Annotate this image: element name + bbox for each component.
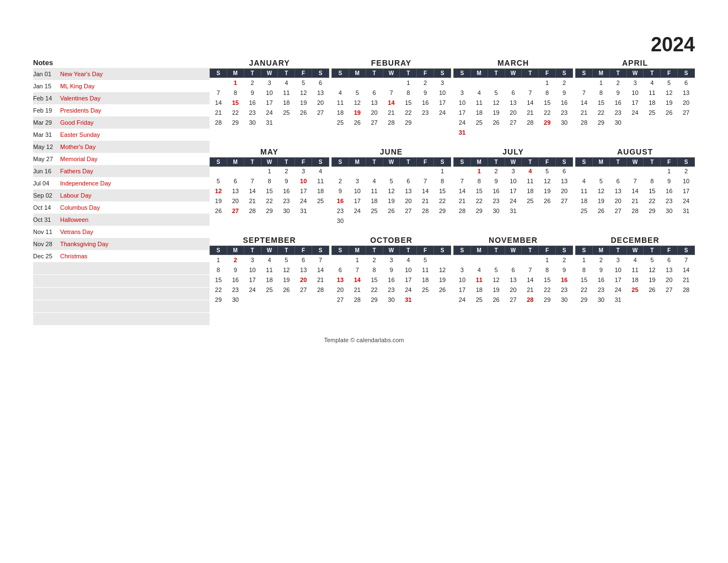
holiday-name: Easter Sunday — [58, 131, 210, 138]
table-row: 28293031 — [210, 118, 329, 128]
table-row: 12345 — [332, 255, 451, 265]
table-row: 24252627282930 — [454, 295, 573, 305]
holiday-row: Mar 29Good Friday — [33, 116, 210, 129]
table-row: 11121314151617 — [576, 186, 695, 196]
table-row: 21222324252627 — [576, 108, 695, 118]
month-november: NOVEMBER SMTWTFS 12 3456789 — [453, 236, 573, 305]
table-row: 1234 — [210, 166, 329, 176]
holiday-date: Jan 15 — [33, 83, 58, 89]
table-row: 24252627282930 — [454, 118, 573, 128]
month-may: MAY SMTWTFS 1234 567891011 — [210, 147, 329, 226]
table-row: 17181920212223 — [454, 108, 573, 118]
page: 2024 Notes Jan 01New Year's DayJan 15ML … — [0, 0, 728, 563]
month-january: JANUARY SMTWTFS 123456 78910111213 — [210, 59, 329, 137]
table-row: 17181920212223 — [454, 285, 573, 295]
holiday-name: Thanksgiving Day — [58, 241, 210, 247]
table-row: 45678910 — [332, 88, 451, 98]
holiday-row: Feb 19Presidents Day — [33, 104, 210, 116]
note-blank-4 — [33, 300, 210, 312]
table-row: 45678910 — [576, 176, 695, 186]
calendars-panel: JANUARY SMTWTFS 123456 78910111213 — [210, 59, 695, 326]
table-row: 15161718192021 — [210, 275, 329, 285]
table-row: 10111213141516 — [454, 275, 573, 285]
table-row: 3456789 — [454, 88, 573, 98]
holiday-name: Good Friday — [58, 119, 210, 126]
note-blank-3 — [33, 288, 210, 300]
holiday-row: Feb 14Valentines Day — [33, 92, 210, 104]
table-row: 28293031 — [454, 206, 573, 216]
holiday-date: Feb 19 — [33, 107, 58, 114]
holiday-date: Feb 14 — [33, 95, 58, 102]
table-row: 21222324252627 — [210, 108, 329, 118]
table-row: 123 — [332, 78, 451, 88]
holiday-row: Oct 31Halloween — [33, 214, 210, 226]
holiday-name: Valentines Day — [58, 95, 210, 102]
table-row: 11121314151617 — [332, 98, 451, 108]
table-row: 2728293031 — [332, 295, 451, 305]
table-row: 78910111213 — [576, 88, 695, 98]
table-row: 78910111213 — [210, 88, 329, 98]
table-row: 19202122232425 — [210, 196, 329, 206]
table-row: 12 — [454, 78, 573, 88]
note-blank-2 — [33, 275, 210, 287]
year-title: 2024 — [33, 33, 695, 56]
holiday-name: Christmas — [58, 253, 210, 259]
holiday-date: Jul 04 — [33, 180, 58, 187]
holiday-row: Nov 11Vetrans Day — [33, 226, 210, 238]
holiday-date: Jan 01 — [33, 71, 58, 77]
table-row: 14151617181920 — [210, 98, 329, 108]
holiday-date: Sep 02 — [33, 192, 58, 199]
holiday-row: Dec 25Christmas — [33, 250, 210, 262]
table-row: 2930 — [210, 295, 329, 305]
notes-header: Notes — [33, 59, 210, 67]
holiday-date: Oct 31 — [33, 216, 58, 223]
table-row: 3456789 — [454, 265, 573, 275]
holiday-row: May 12Mother's Day — [33, 141, 210, 153]
table-row: 22232425262728 — [210, 285, 329, 295]
holiday-row: May 27Memorial Day — [33, 153, 210, 165]
table-row: 16171819202122 — [332, 196, 451, 206]
holiday-name: Halloween — [58, 216, 210, 223]
holiday-row: Nov 28Thanksgiving Day — [33, 238, 210, 250]
holiday-name: Vetrans Day — [58, 229, 210, 235]
table-row: 12131415161718 — [210, 186, 329, 196]
table-row: 567891011 — [210, 176, 329, 186]
holiday-date: May 27 — [33, 156, 58, 162]
table-row: 2345678 — [332, 176, 451, 186]
month-march: MARCH SMTWTFS 12 3456789 — [453, 59, 573, 137]
holiday-date: Mar 31 — [33, 131, 58, 138]
month-february: FEBURAY SMTWTFS 123 45678910 — [331, 59, 451, 137]
holiday-row: Mar 31Easter Sunday — [33, 129, 210, 141]
table-row: 18192021222324 — [576, 196, 695, 206]
table-row: 78910111213 — [454, 176, 573, 186]
table-row: 123456 — [576, 78, 695, 88]
table-row: 15161718192021 — [576, 275, 695, 285]
holiday-name: Memorial Day — [58, 156, 210, 162]
holiday-name: Mother's Day — [58, 144, 210, 150]
note-blank-5 — [33, 313, 210, 325]
month-april: APRIL SMTWTFS 123456 78910111213 — [575, 59, 695, 137]
table-row: 31 — [454, 128, 573, 137]
month-july: JULY SMTWTFS 123456 78910111213 — [453, 147, 573, 226]
table-row: 2526272829 — [332, 118, 451, 128]
holiday-name: New Year's Day — [58, 71, 210, 77]
month-december: DECEMBER SMTWTFS 1234567 891011121314 — [575, 236, 695, 305]
table-row: 25262728293031 — [576, 206, 695, 216]
table-row: 14151617181920 — [454, 186, 573, 196]
holiday-row: Jan 01New Year's Day — [33, 68, 210, 80]
holiday-name: ML King Day — [58, 83, 210, 89]
table-row: 10111213141516 — [454, 98, 573, 108]
table-row: 1 — [332, 166, 451, 176]
table-row: 1234567 — [576, 255, 695, 265]
table-row: 12 — [576, 166, 695, 176]
calendar-row-2: MAY SMTWTFS 1234 567891011 — [210, 147, 695, 226]
table-row: 23242526272829 — [332, 206, 451, 216]
footer: Template © calendarlabs.com — [33, 337, 695, 343]
table-row: 20212223242526 — [332, 285, 451, 295]
table-row: 123456 — [454, 166, 573, 176]
holiday-date: Mar 29 — [33, 119, 58, 126]
holidays-list: Jan 01New Year's DayJan 15ML King DayFeb… — [33, 68, 210, 262]
holiday-row: Oct 14Columbus Day — [33, 201, 210, 214]
holiday-date: Jun 16 — [33, 168, 58, 174]
holiday-name: Fathers Day — [58, 168, 210, 174]
